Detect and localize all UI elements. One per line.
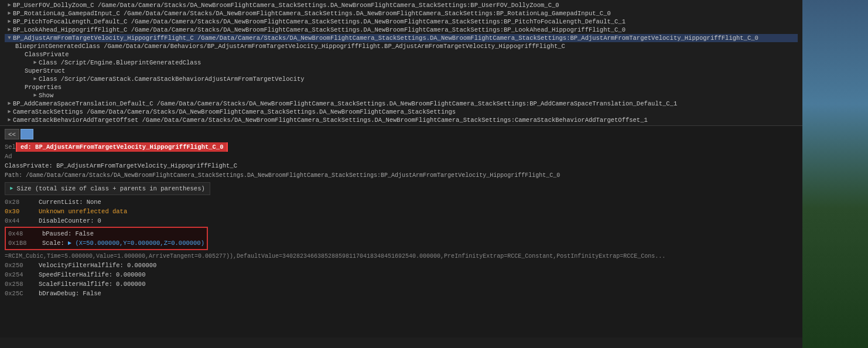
data-row-bpaused: 0x48 bPaused: False — [6, 229, 207, 238]
classprivate-line: ClassPrivate: BP_AdjustArmFromTargetVelo… — [5, 161, 798, 170]
size-button[interactable]: ► Size (total size of class + parents in… — [5, 182, 210, 195]
tree-item-text: CameraStackBehaviorAddTargetOffset /Game… — [13, 117, 648, 124]
background-landscape — [798, 0, 868, 348]
offset-label: 0x28 — [5, 199, 34, 206]
tree-item-blueprintgenclass[interactable]: BlueprintGeneratedClass /Game/Data/Camer… — [5, 42, 798, 50]
highlight-group: 0x48 bPaused: False 0x1B8 Scale: ► (X=50… — [5, 227, 208, 250]
add-label: Ad — [5, 153, 12, 160]
field-name: CurrentList: — [39, 199, 83, 206]
field-name: bPaused: — [42, 230, 71, 237]
tree-arrow-expanded: ▼ — [6, 35, 13, 42]
tree-item-lookahead[interactable]: ► BP_LookAhead_HippogriffFlight_C /Game/… — [5, 26, 798, 34]
back-label: << — [8, 131, 16, 138]
tree-item-text: ClassPrivate — [25, 51, 69, 58]
data-row-speedfilter: 0x254 SpeedFilterHalflife: 0.000000 — [5, 270, 798, 279]
tree-item-properties[interactable]: Properties — [5, 83, 798, 91]
size-label: Size (total size of class + parents in p… — [16, 185, 204, 192]
tree-arrow: ► — [6, 18, 13, 25]
offset-label: 0x250 — [5, 262, 34, 269]
offset-label: 0x254 — [5, 271, 34, 278]
offset-label: 0x1B8 — [8, 240, 37, 247]
field-name: Scale: — [42, 240, 64, 247]
tree-item-text: BP_PitchToFocalLength_Default_C /Game/Da… — [13, 18, 626, 25]
sel-prefix: Sel — [5, 144, 16, 151]
tree-item-superstruct[interactable]: SuperStruct — [5, 67, 798, 75]
tree-item-text: Class /Script/CameraStack.CameraStackBeh… — [39, 76, 305, 83]
field-value: 0.000000 — [127, 262, 156, 269]
tree-section: ► BP_UserFOV_DollyZoom_C /Game/Data/Came… — [0, 0, 802, 126]
tree-arrow: ► — [32, 59, 39, 66]
path-text: Path: /Game/Data/Camera/Stacks/DA_NewBro… — [5, 172, 560, 179]
forward-indicator — [20, 129, 33, 139]
tree-item-pitchfocal[interactable]: ► BP_PitchToFocalLength_Default_C /Game/… — [5, 18, 798, 26]
long-value-text: =RCIM_Cubic,Time=5.000000,Value=1.000000… — [5, 253, 665, 260]
field-name: SpeedFilterHalflife: — [39, 271, 112, 278]
play-icon: ► — [10, 186, 13, 192]
classprivate-text: ClassPrivate: BP_AdjustArmFromTargetVelo… — [5, 162, 237, 169]
field-value: False — [83, 290, 101, 297]
offset-label: 0x258 — [5, 281, 34, 288]
tree-arrow: ► — [6, 117, 13, 124]
path-line: Path: /Game/Data/Camera/Stacks/DA_NewBro… — [5, 170, 798, 180]
info-section: << Sel ed: BP_AdjustArmFromTargetVelocit… — [0, 126, 802, 337]
field-name: VelocityFilterHalflife: — [39, 262, 124, 269]
tree-arrow: ► — [32, 76, 39, 83]
offset-label: 0x44 — [5, 217, 34, 224]
data-row-long: =RCIM_Cubic,Time=5.000000,Value=1.000000… — [5, 251, 766, 261]
tree-item-text: BP_AddCameraSpaceTranslation_Default_C /… — [13, 100, 677, 107]
field-value: False — [75, 230, 94, 237]
tree-item-text: BP_RotationLag_GamepadInput_C /Game/Data… — [13, 10, 611, 17]
tree-item-text: SuperStruct — [25, 67, 65, 74]
tree-item-text: BP_LookAhead_HippogriffFlight_C /Game/Da… — [13, 26, 626, 33]
field-name: DisableCounter: — [39, 217, 94, 224]
tree-item-text: Class /Script/Engine.BlueprintGeneratedC… — [39, 59, 201, 66]
field-name: ScaleFilterHalflife: — [39, 281, 112, 288]
tree-arrow: ► — [6, 10, 13, 17]
data-row-currentlist: 0x28 CurrentList: None — [5, 197, 798, 207]
field-value: None — [87, 199, 101, 206]
tree-item-classprivate[interactable]: ClassPrivate — [5, 50, 798, 59]
offset-label-unknown: 0x30 — [5, 208, 34, 215]
tree-item-userfov[interactable]: ► BP_UserFOV_DollyZoom_C /Game/Data/Came… — [5, 1, 798, 9]
data-row-scalefilter: 0x258 ScaleFilterHalflife: 0.000000 — [5, 279, 798, 289]
data-row-velocityfilter: 0x250 VelocityFilterHalflife: 0.000000 — [5, 261, 798, 270]
field-value: 0 — [98, 217, 101, 224]
data-row-unknown: 0x30 Unknown unreflected data — [5, 207, 798, 216]
add-line: Ad — [5, 152, 798, 161]
field-name-unknown: Unknown unreflected data — [39, 208, 127, 215]
tree-item-camerastacksettings[interactable]: ► CameraStackSettings /Game/Data/Camera/… — [5, 108, 798, 116]
field-name: bDrawDebug: — [39, 290, 79, 297]
tree-item-text: BP_UserFOV_DollyZoom_C /Game/Data/Camera… — [13, 2, 559, 9]
tree-item-class-bp[interactable]: ► Class /Script/Engine.BlueprintGenerate… — [5, 59, 798, 67]
field-value: 0.000000 — [116, 271, 145, 278]
selected-item-box: ed: BP_AdjustArmFromTargetVelocity_Hippo… — [16, 142, 228, 152]
tree-item-text: Properties — [25, 84, 61, 91]
field-value: 0.000000 — [116, 281, 145, 288]
data-row-disablecounter: 0x44 DisableCounter: 0 — [5, 216, 798, 226]
offset-label: 0x25C — [5, 290, 34, 297]
tree-item-addcamera[interactable]: ► BP_AddCameraSpaceTranslation_Default_C… — [5, 100, 798, 108]
main-panel: ► BP_UserFOV_DollyZoom_C /Game/Data/Came… — [0, 0, 802, 348]
data-row-scale: 0x1B8 Scale: ► (X=50.000000,Y=0.000000,Z… — [6, 238, 207, 248]
tree-arrow: ► — [6, 100, 13, 107]
tree-item-text: BlueprintGeneratedClass /Game/Data/Camer… — [15, 43, 565, 50]
nav-bar: << — [5, 128, 798, 140]
back-button[interactable]: << — [5, 129, 19, 139]
tree-arrow: ► — [32, 92, 39, 99]
tree-item-text-highlighted: BP_AdjustArmFromTargetVelocity_Hippogrif… — [13, 35, 758, 42]
tree-item-camerastack-behavior[interactable]: ► CameraStackBehaviorAddTargetOffset /Ga… — [5, 116, 798, 124]
tree-arrow: ► — [6, 108, 13, 115]
tree-arrow: ► — [6, 2, 13, 9]
field-value-scale: ► (X=50.000000,Y=0.000000,Z=0.000000) — [68, 240, 204, 247]
tree-arrow: ► — [6, 26, 13, 33]
tree-item-rotlag[interactable]: ► BP_RotationLag_GamepadInput_C /Game/Da… — [5, 9, 798, 18]
offset-label: 0x48 — [8, 230, 37, 237]
tree-item-show[interactable]: ► Show — [5, 91, 798, 100]
tree-item-class-camerastack[interactable]: ► Class /Script/CameraStack.CameraStackB… — [5, 75, 798, 83]
tree-item-adjustarm[interactable]: ▼ BP_AdjustArmFromTargetVelocity_Hippogr… — [5, 34, 798, 42]
tree-item-text: Show — [39, 92, 53, 99]
selected-info-line: Sel ed: BP_AdjustArmFromTargetVelocity_H… — [5, 142, 798, 152]
tree-item-text: CameraStackSettings /Game/Data/Camera/St… — [13, 108, 456, 115]
data-row-drawdebug: 0x25C bDrawDebug: False — [5, 289, 798, 298]
